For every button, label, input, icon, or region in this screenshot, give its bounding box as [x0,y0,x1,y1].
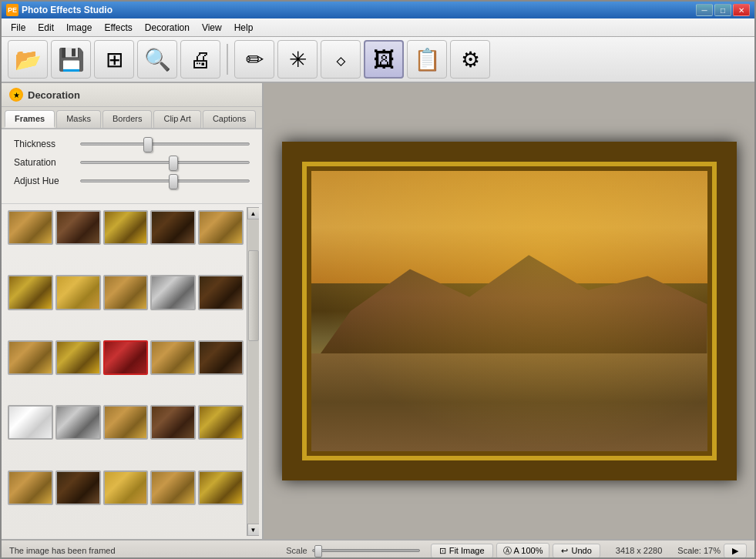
menu-item-file[interactable]: File [5,21,32,35]
tab-borders[interactable]: Borders [102,110,153,128]
thickness-slider-row: Thickness [14,139,250,149]
frame-thumb-17[interactable] [55,405,101,440]
thickness-track[interactable] [80,142,250,146]
fit-image-button[interactable]: ⊡ Fit Image [431,544,493,558]
app-title: Photo Effects Studio [22,5,696,15]
frame-thumb-8[interactable] [103,275,149,310]
frame-thumb-4[interactable] [150,210,196,245]
frame-thumb-24[interactable] [150,470,196,505]
adjusthue-track[interactable] [80,179,250,182]
adjusthue-slider-row: Adjust Hue [14,176,250,186]
grid-scrollbar[interactable]: ▲ ▼ [247,207,259,536]
frame-thumb-16[interactable] [8,405,53,440]
next-button[interactable]: ▶ [724,544,747,558]
status-message: The image has been framed [9,546,286,555]
maximize-button[interactable]: □ [714,4,731,16]
frame-thumb-25[interactable] [198,470,244,505]
left-panel: ★ Decoration FramesMasksBordersClip ArtC… [2,83,264,539]
tab-captions[interactable]: Captions [203,110,256,128]
frame-thumb-12[interactable] [55,340,101,375]
minimize-button[interactable]: ─ [696,4,713,16]
zoom-label: A 100% [514,546,543,555]
titlebar: PE Photo Effects Studio ─ □ ✕ [2,2,754,18]
adjusthue-thumb[interactable] [169,174,178,189]
thickness-label: Thickness [14,139,74,149]
frame-thumb-10[interactable] [198,275,244,310]
scale-slider-thumb[interactable] [314,545,322,557]
frame-thumb-15[interactable] [198,340,244,375]
saturation-label: Saturation [14,157,74,168]
menubar: FileEditImageEffectsDecorationViewHelp [2,18,754,37]
frame-thumb-11[interactable] [8,340,53,375]
frame-thumb-20[interactable] [198,405,244,440]
sliders-area: Thickness Saturation Adjust Hue [2,129,262,204]
frame-content [311,171,707,451]
frame-thumb-2[interactable] [55,210,101,245]
decoration-title: Decoration [28,89,80,101]
scroll-down-btn[interactable]: ▼ [247,524,260,536]
tab-clip-art[interactable]: Clip Art [153,110,200,128]
frame-thumb-1[interactable] [8,210,53,245]
tab-frames[interactable]: Frames [5,110,55,128]
menu-item-image[interactable]: Image [60,21,98,35]
zoom-pct[interactable]: Ⓐ A 100% [496,543,550,559]
frame-thumb-5[interactable] [198,210,244,245]
undo-icon: ↩ [561,546,568,556]
menu-item-effects[interactable]: Effects [98,21,138,35]
frame-thumb-21[interactable] [8,470,53,505]
frame-thumb-22[interactable] [55,470,101,505]
frame-thumb-7[interactable] [55,275,101,310]
menu-item-decoration[interactable]: Decoration [139,21,196,35]
fit-image-icon: ⊡ [439,546,446,556]
adjusthue-label: Adjust Hue [14,176,74,186]
tab-masks[interactable]: Masks [56,110,101,128]
window-controls: ─ □ ✕ [696,4,750,16]
scale-info: Scale: 17% [677,546,721,555]
toolbar-btn-open[interactable]: 📂 [8,40,48,79]
toolbar-btn-grid[interactable]: ⊞ [94,40,134,79]
zoom-icon: Ⓐ [503,545,512,557]
dimensions-info: 3418 x 2280 [616,546,663,555]
framed-image [282,142,737,480]
undo-button[interactable]: ↩ Undo [553,544,600,558]
menu-item-view[interactable]: View [196,21,228,35]
toolbar-btn-overlay[interactable]: ⬦ [321,40,361,79]
frame-grid-wrapper: ▲ ▼ [5,207,259,536]
toolbar-btn-save[interactable]: 💾 [51,40,91,79]
frame-thumb-6[interactable] [8,275,53,310]
frame-thumb-3[interactable] [103,210,149,245]
toolbar-separator [227,44,228,75]
toolbar-btn-frame[interactable]: 🖼 [364,40,404,79]
frame-grid [5,207,247,536]
scale-slider-track[interactable] [312,549,420,552]
toolbar: 📂💾⊞🔍🖨✏✳⬦🖼📋⚙ [2,37,754,83]
canvas-area [264,83,754,539]
toolbar-btn-preview[interactable]: 🔍 [137,40,177,79]
scale-label: Scale [286,546,307,555]
toolbar-btn-print[interactable]: 🖨 [180,40,220,79]
toolbar-btn-clipboard[interactable]: 📋 [407,40,447,79]
menu-item-help[interactable]: Help [228,21,260,35]
frame-thumb-14[interactable] [150,340,196,375]
main-content: ★ Decoration FramesMasksBordersClip ArtC… [2,83,754,539]
saturation-thumb[interactable] [169,156,178,171]
scroll-thumb[interactable] [248,250,259,342]
frame-thumb-13[interactable] [103,340,149,375]
frame-grid-container: ▲ ▼ [2,204,262,539]
scale-area: Scale [286,546,420,555]
close-button[interactable]: ✕ [733,4,750,16]
frame-thumb-18[interactable] [103,405,149,440]
frame-thumb-9[interactable] [150,275,196,310]
saturation-slider-row: Saturation [14,157,250,168]
frame-thumb-19[interactable] [150,405,196,440]
tabs: FramesMasksBordersClip ArtCaptions [2,107,262,129]
undo-label: Undo [571,546,591,555]
toolbar-btn-effects[interactable]: ✳ [277,40,318,79]
frame-thumb-23[interactable] [103,470,149,505]
menu-item-edit[interactable]: Edit [32,21,60,35]
saturation-track[interactable] [80,161,250,164]
scroll-up-btn[interactable]: ▲ [247,207,260,219]
thickness-thumb[interactable] [143,137,153,152]
toolbar-btn-settings[interactable]: ⚙ [450,40,490,79]
toolbar-btn-edit[interactable]: ✏ [234,40,274,79]
